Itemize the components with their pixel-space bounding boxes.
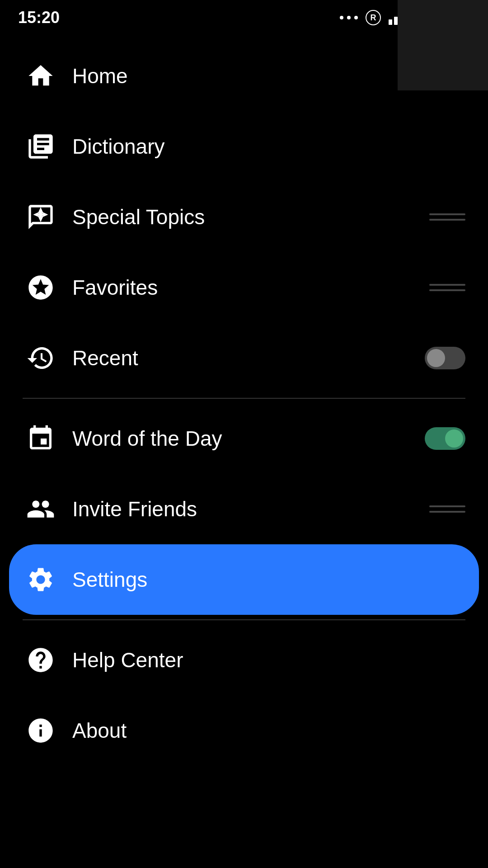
word-of-day-toggle[interactable] [425,427,465,450]
svg-point-2 [354,16,358,19]
right-lines [429,284,465,291]
sidebar-item-label: Special Topics [72,205,205,229]
sidebar-item-word-of-the-day[interactable]: Word of the Day [0,403,488,474]
recent-toggle-area [425,347,465,369]
sidebar-item-recent[interactable]: Recent [0,323,488,393]
sidebar-item-dictionary[interactable]: Dictionary [0,111,488,182]
sidebar-item-label: Word of the Day [72,426,222,451]
recent-icon [23,340,59,376]
sidebar-item-label: Favorites [72,275,158,300]
help-icon [23,642,59,678]
toggle-knob [445,429,463,448]
sidebar-item-favorites[interactable]: Favorites [0,252,488,323]
sidebar-item-label: Home [72,64,128,88]
sidebar-item-label: Recent [72,346,138,370]
sidebar-item-label: About [72,718,127,743]
home-icon [23,58,59,94]
favorites-icon [23,269,59,306]
sidebar-item-settings[interactable]: Settings [9,544,479,615]
special-topics-icon [23,199,59,235]
top-right-panel [398,0,488,90]
svg-text:R: R [371,13,376,22]
registered-icon: R [365,9,381,26]
sidebar-item-help-center[interactable]: Help Center [0,625,488,695]
svg-point-0 [340,16,343,19]
divider-2 [23,619,465,620]
friends-icon [23,491,59,527]
right-lines [429,213,465,221]
word-of-day-toggle-area [425,427,465,450]
recent-toggle[interactable] [425,347,465,369]
svg-marker-13 [35,208,47,221]
sidebar-item-label: Help Center [72,648,183,672]
settings-icon [23,561,59,598]
sidebar-item-about[interactable]: About [0,695,488,766]
sidebar-item-invite-friends[interactable]: Invite Friends [0,474,488,544]
divider-1 [23,398,465,399]
sidebar-item-label: Settings [72,567,147,592]
svg-rect-6 [394,17,398,25]
status-time: 15:20 [18,8,60,27]
sidebar-item-special-topics[interactable]: Special Topics [0,182,488,252]
right-lines [429,505,465,513]
sidebar-item-label: Dictionary [72,134,165,159]
more-icon [340,15,358,20]
navigation-menu: Home Dictionary Special Topics [0,32,488,775]
svg-point-1 [347,16,351,19]
toggle-knob [427,349,445,367]
sidebar-item-label: Invite Friends [72,497,197,521]
dictionary-icon [23,128,59,165]
svg-rect-5 [389,19,392,25]
calendar-icon [23,420,59,457]
info-icon [23,712,59,749]
